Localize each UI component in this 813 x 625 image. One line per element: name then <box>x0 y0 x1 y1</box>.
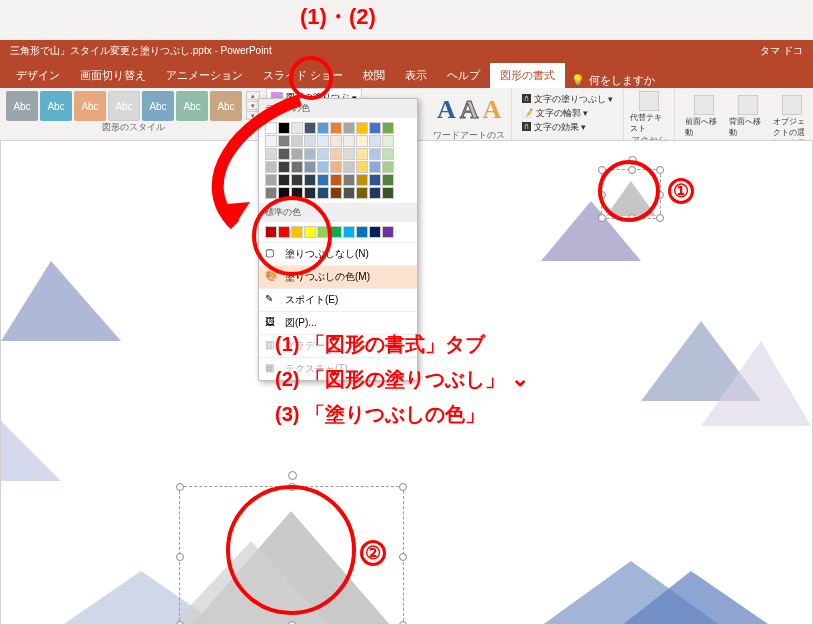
no-fill-option[interactable]: ▢塗りつぶしなし(N) <box>259 242 417 265</box>
color-swatch[interactable] <box>265 122 277 134</box>
color-swatch[interactable] <box>291 148 303 160</box>
color-swatch[interactable] <box>265 174 277 186</box>
color-swatch[interactable] <box>382 148 394 160</box>
color-swatch[interactable] <box>382 122 394 134</box>
color-swatch[interactable] <box>278 187 290 199</box>
color-swatch[interactable] <box>278 161 290 173</box>
color-swatch[interactable] <box>330 174 342 186</box>
color-swatch[interactable] <box>304 187 316 199</box>
eyedropper-option[interactable]: ✎スポイト(E) <box>259 288 417 311</box>
color-swatch[interactable] <box>369 148 381 160</box>
color-swatch[interactable] <box>356 174 368 186</box>
style-swatch[interactable]: Abc <box>6 91 38 121</box>
color-swatch[interactable] <box>304 161 316 173</box>
color-swatch[interactable] <box>291 187 303 199</box>
color-swatch[interactable] <box>304 226 316 238</box>
color-swatch[interactable] <box>317 187 329 199</box>
style-swatch[interactable]: Abc <box>210 91 242 121</box>
style-swatch[interactable]: Abc <box>74 91 106 121</box>
color-swatch[interactable] <box>265 148 277 160</box>
color-swatch[interactable] <box>330 187 342 199</box>
wordart-style[interactable]: A <box>437 95 456 125</box>
color-swatch[interactable] <box>291 135 303 147</box>
color-swatch[interactable] <box>343 174 355 186</box>
color-swatch[interactable] <box>278 226 290 238</box>
color-swatch[interactable] <box>356 148 368 160</box>
shape-style-gallery[interactable]: Abc Abc Abc Abc Abc Abc Abc ▴ ▾ ▾ <box>6 91 260 121</box>
text-fill-button[interactable]: 🅰 文字の塗りつぶし ▾ <box>522 93 613 106</box>
tell-me[interactable]: 💡 何をしますか <box>571 73 655 88</box>
color-swatch[interactable] <box>317 122 329 134</box>
color-swatch[interactable] <box>382 161 394 173</box>
color-swatch[interactable] <box>265 226 277 238</box>
alt-text-button[interactable]: 代替テキスト <box>630 91 668 134</box>
color-swatch[interactable] <box>265 161 277 173</box>
wordart-style[interactable]: A <box>483 95 502 125</box>
color-swatch[interactable] <box>369 135 381 147</box>
color-swatch[interactable] <box>304 122 316 134</box>
color-swatch[interactable] <box>356 122 368 134</box>
color-swatch[interactable] <box>278 174 290 186</box>
tab-animation[interactable]: アニメーション <box>156 63 253 88</box>
text-effects-button[interactable]: 🅰 文字の効果 ▾ <box>522 121 613 134</box>
color-swatch[interactable] <box>382 174 394 186</box>
color-swatch[interactable] <box>369 174 381 186</box>
color-swatch[interactable] <box>343 122 355 134</box>
color-swatch[interactable] <box>343 161 355 173</box>
more-colors-option[interactable]: 🎨塗りつぶしの色(M) <box>259 265 417 288</box>
color-swatch[interactable] <box>317 226 329 238</box>
color-swatch[interactable] <box>291 161 303 173</box>
color-swatch[interactable] <box>291 174 303 186</box>
color-swatch[interactable] <box>330 135 342 147</box>
color-swatch[interactable] <box>317 135 329 147</box>
tab-help[interactable]: ヘルプ <box>437 63 490 88</box>
color-swatch[interactable] <box>317 174 329 186</box>
triangle-shape[interactable] <box>1 421 61 481</box>
color-swatch[interactable] <box>369 226 381 238</box>
color-swatch[interactable] <box>330 226 342 238</box>
text-outline-button[interactable]: 📝 文字の輪郭 ▾ <box>522 107 613 120</box>
color-swatch[interactable] <box>278 122 290 134</box>
color-swatch[interactable] <box>304 135 316 147</box>
tab-review[interactable]: 校閲 <box>353 63 395 88</box>
tab-design[interactable]: デザイン <box>6 63 70 88</box>
color-swatch[interactable] <box>343 226 355 238</box>
tab-view[interactable]: 表示 <box>395 63 437 88</box>
tab-shape-format[interactable]: 図形の書式 <box>490 63 565 88</box>
color-swatch[interactable] <box>304 148 316 160</box>
color-swatch[interactable] <box>382 226 394 238</box>
color-swatch[interactable] <box>369 187 381 199</box>
color-swatch[interactable] <box>278 135 290 147</box>
color-swatch[interactable] <box>317 161 329 173</box>
color-swatch[interactable] <box>382 187 394 199</box>
wordart-style[interactable]: A <box>460 95 479 125</box>
color-swatch[interactable] <box>330 122 342 134</box>
color-swatch[interactable] <box>356 135 368 147</box>
color-swatch[interactable] <box>317 148 329 160</box>
style-swatch[interactable]: Abc <box>108 91 140 121</box>
color-swatch[interactable] <box>330 161 342 173</box>
color-swatch[interactable] <box>369 122 381 134</box>
tab-transition[interactable]: 画面切り替え <box>70 63 156 88</box>
color-swatch[interactable] <box>356 226 368 238</box>
style-swatch[interactable]: Abc <box>176 91 208 121</box>
color-swatch[interactable] <box>265 187 277 199</box>
color-swatch[interactable] <box>291 226 303 238</box>
color-swatch[interactable] <box>304 174 316 186</box>
color-swatch[interactable] <box>369 161 381 173</box>
color-swatch[interactable] <box>343 187 355 199</box>
color-swatch[interactable] <box>356 161 368 173</box>
style-swatch[interactable]: Abc <box>40 91 72 121</box>
tab-slideshow[interactable]: スライド ショー <box>253 63 353 88</box>
style-swatch[interactable]: Abc <box>142 91 174 121</box>
color-swatch[interactable] <box>343 148 355 160</box>
color-swatch[interactable] <box>356 187 368 199</box>
color-swatch[interactable] <box>330 148 342 160</box>
color-swatch[interactable] <box>278 148 290 160</box>
wordart-gallery[interactable]: A A A <box>433 91 505 129</box>
color-swatch[interactable] <box>343 135 355 147</box>
color-swatch[interactable] <box>382 135 394 147</box>
triangle-shape[interactable] <box>1 261 121 341</box>
color-swatch[interactable] <box>265 135 277 147</box>
color-swatch[interactable] <box>291 122 303 134</box>
